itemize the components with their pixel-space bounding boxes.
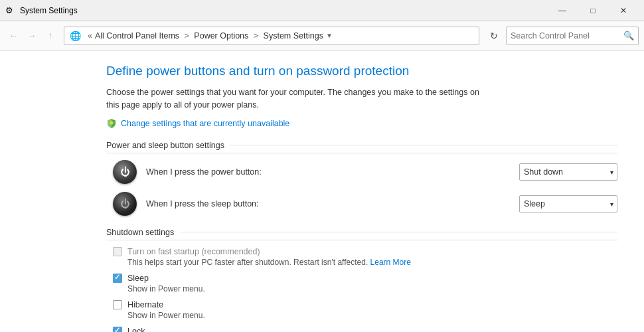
learn-more-link[interactable]: Learn More [370,258,411,267]
hibernate-checkbox-row: Hibernate Show in Power menu. [106,300,617,320]
breadcrumb-sep1: « [88,31,92,41]
refresh-button[interactable]: ↻ [485,27,503,45]
sleep-button-dropdown[interactable]: Do nothing Sleep Hibernate Shut down Tur… [519,195,617,212]
breadcrumb-sep2: > [182,31,191,41]
lock-checkbox-label: Lock [127,327,145,333]
window-title: System Settings [20,6,547,15]
power-button-row: ⏻ When I press the power button: Do noth… [106,160,617,184]
hibernate-checkbox[interactable] [113,300,122,309]
shutdown-header: Shutdown settings [106,228,617,240]
fast-startup-subtext: This helps start your PC faster after sh… [127,258,617,267]
shutdown-section: Shutdown settings Turn on fast startup (… [106,228,617,333]
fast-startup-row: Turn on fast startup (recommended) This … [106,247,617,267]
power-button-dropdown-wrapper: Do nothing Sleep Hibernate Shut down Tur… [519,163,617,181]
lock-checkbox[interactable] [113,327,122,333]
breadcrumb-current: System Settings [264,31,323,41]
window-icon: ⚙ [5,5,16,16]
shutdown-header-text: Shutdown settings [106,228,174,237]
breadcrumb-icon: 🌐 [70,31,81,41]
window-controls: — □ ✕ [547,0,639,21]
svg-point-0 [110,121,114,124]
lock-checkbox-row: Lock Show in account picture menu. [106,327,617,333]
sleep-checkbox[interactable] [113,274,122,283]
power-button-label: When I press the power button: [146,167,510,177]
sleep-button-icon: ⏻ [113,192,137,216]
power-symbol: ⏻ [120,167,130,177]
search-icon: 🔍 [623,31,634,41]
sleep-checkbox-label: Sleep [127,274,149,283]
address-bar: ← → ↑ 🌐 « Define power buttons and turn … [0,21,644,50]
hibernate-subtext: Show in Power menu. [127,311,617,320]
fast-startup-checkbox[interactable] [113,247,122,256]
title-bar: ⚙ System Settings — □ ✕ [0,0,644,21]
back-button[interactable]: ← [5,28,21,44]
power-button-icon: ⏻ [113,160,137,184]
section-divider [230,145,617,145]
search-box: 🔍 [506,27,639,45]
breadcrumb-dropdown-arrow[interactable]: ▼ [326,32,333,39]
breadcrumb-power-options[interactable]: Power Options [194,31,248,41]
shield-icon [106,118,117,129]
breadcrumb-bar: 🌐 « Define power buttons and turn on pas… [64,27,479,45]
breadcrumb-sep3: > [251,31,260,41]
sleep-button-label: When I press the sleep button: [146,199,510,208]
power-button-dropdown[interactable]: Do nothing Sleep Hibernate Shut down Tur… [519,163,617,181]
sleep-checkbox-row: Sleep Show in Power menu. [106,274,617,293]
change-settings-row: Change settings that are currently unava… [106,118,617,129]
fast-startup-label: Turn on fast startup (recommended) [127,247,260,256]
power-sleep-header: Power and sleep button settings [106,141,617,153]
power-sleep-header-text: Power and sleep button settings [106,141,224,150]
hibernate-checkbox-label: Hibernate [127,300,163,309]
up-button[interactable]: ↑ [42,28,58,44]
page-description: Choose the power settings that you want … [106,86,485,112]
lock-checkbox-label-row: Lock [113,327,617,333]
sleep-symbol: ⏻ [120,198,130,209]
sleep-button-dropdown-wrapper: Do nothing Sleep Hibernate Shut down Tur… [519,195,617,212]
breadcrumb-all-control-panel[interactable]: All Control Panel Items [95,31,179,41]
minimize-button[interactable]: — [547,0,578,21]
page-title: Define power buttons and turn on passwor… [106,64,617,78]
main-content: Define power buttons and turn on passwor… [0,50,644,332]
maximize-button[interactable]: □ [578,0,608,21]
fast-startup-label-row: Turn on fast startup (recommended) [113,247,617,256]
hibernate-checkbox-label-row: Hibernate [113,300,617,309]
power-sleep-section: Power and sleep button settings ⏻ When I… [106,141,617,216]
search-input[interactable] [511,31,621,41]
sleep-subtext: Show in Power menu. [127,284,617,293]
shutdown-section-divider [179,232,617,232]
sleep-checkbox-label-row: Sleep [113,274,617,283]
change-settings-link[interactable]: Change settings that are currently unava… [121,119,289,128]
close-button[interactable]: ✕ [608,0,639,21]
sleep-button-row: ⏻ When I press the sleep button: Do noth… [106,192,617,216]
forward-button[interactable]: → [24,28,40,44]
